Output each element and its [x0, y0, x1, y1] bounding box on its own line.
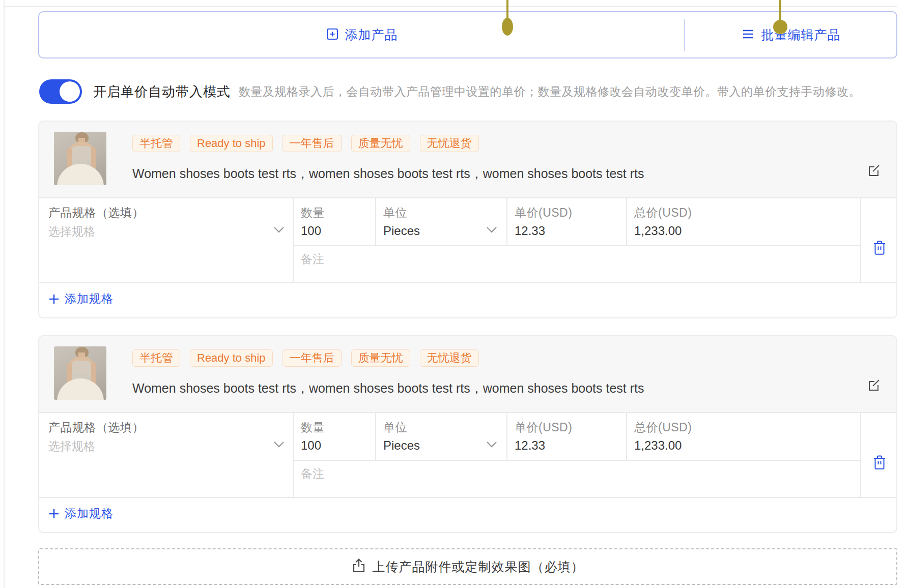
toggle-label: 开启单价自动带入模式: [93, 83, 231, 101]
product-actions-bar: 添加产品 批量编辑产品: [38, 11, 897, 58]
delete-product-button[interactable]: [873, 240, 886, 255]
add-spec-label: 添加规格: [65, 506, 114, 521]
edit-product-button[interactable]: [866, 163, 882, 179]
annotation-marker-line: [779, 0, 781, 21]
product-tag: 质量无忧: [351, 349, 410, 367]
spec-select[interactable]: 选择规格: [48, 224, 95, 240]
product-tags: 半托管 Ready to ship 一年售后 质量无忧 无忧退货: [132, 135, 479, 152]
unit-label: 单位: [383, 420, 407, 435]
auto-price-toggle-row: 开启单价自动带入模式 数量及规格录入后，会自动带入产品管理中设置的单价；数量及规…: [39, 77, 899, 106]
quantity-label: 数量: [301, 205, 325, 221]
product-tags: 半托管 Ready to ship 一年售后 质量无忧 无忧退货: [132, 349, 479, 367]
toggle-knob: [60, 81, 80, 102]
plus-icon: [48, 293, 60, 305]
product-tag: 无忧退货: [420, 349, 479, 367]
note-input[interactable]: 备注: [301, 251, 324, 267]
add-spec-label: 添加规格: [65, 291, 114, 307]
upload-attachment-dropzone[interactable]: 上传产品附件或定制效果图（必填）: [38, 548, 897, 585]
unit-price-input[interactable]: 12.33: [515, 224, 545, 238]
total-price-value: 1,233.00: [634, 438, 682, 453]
product-spec-table: 产品规格（选填） 选择规格 数量 100 单位 Pieces 单价(USD) 1…: [39, 197, 896, 317]
chevron-down-icon: [273, 226, 285, 233]
spec-column-label: 产品规格（选填）: [48, 205, 144, 221]
product-tag: 一年售后: [282, 135, 342, 152]
product-tag: 质量无忧: [351, 135, 410, 152]
product-card: 半托管 Ready to ship 一年售后 质量无忧 无忧退货 Women s…: [38, 335, 897, 533]
product-card: 半托管 Ready to ship 一年售后 质量无忧 无忧退货 Women s…: [38, 121, 897, 318]
quantity-label: 数量: [301, 420, 325, 435]
chevron-down-icon: [486, 226, 497, 233]
product-tag: 半托管: [132, 135, 180, 152]
unit-label: 单位: [383, 205, 407, 221]
annotation-marker-dot: [502, 18, 513, 36]
total-price-value: 1,233.00: [634, 224, 682, 238]
chevron-down-icon: [486, 441, 497, 448]
plus-square-icon: [326, 27, 339, 43]
annotation-marker-line: [506, 0, 508, 20]
product-title: Women shoses boots test rts，women shoses…: [132, 165, 644, 182]
unit-select[interactable]: Pieces: [383, 224, 420, 238]
left-panel-border: [4, 0, 5, 588]
annotation-marker-dot: [773, 20, 787, 34]
quantity-input[interactable]: 100: [301, 438, 321, 453]
product-card-header: 半托管 Ready to ship 一年售后 质量无忧 无忧退货 Women s…: [39, 336, 896, 412]
note-input[interactable]: 备注: [301, 466, 324, 482]
toggle-description: 数量及规格录入后，会自动带入产品管理中设置的单价；数量及规格修改会自动改变单价。…: [239, 84, 861, 100]
spec-select[interactable]: 选择规格: [48, 438, 95, 454]
product-image: [54, 132, 106, 185]
total-price-label: 总价(USD): [634, 420, 692, 435]
top-divider: [4, 6, 897, 7]
add-spec-button[interactable]: 添加规格: [48, 506, 114, 521]
add-spec-button[interactable]: 添加规格: [48, 291, 114, 307]
upload-label: 上传产品附件或定制效果图（必填）: [373, 558, 584, 575]
product-card-header: 半托管 Ready to ship 一年售后 质量无忧 无忧退货 Women s…: [39, 122, 896, 197]
unit-price-input[interactable]: 12.33: [515, 438, 545, 453]
product-title: Women shoses boots test rts，women shoses…: [132, 380, 644, 397]
unit-price-label: 单价(USD): [515, 420, 572, 435]
add-product-label: 添加产品: [345, 26, 398, 43]
spec-column-label: 产品规格（选填）: [48, 420, 144, 435]
list-icon: [741, 27, 755, 43]
batch-edit-button[interactable]: 批量编辑产品: [685, 12, 896, 57]
unit-price-label: 单价(USD): [515, 205, 572, 221]
upload-icon: [352, 558, 366, 575]
product-tag: 无忧退货: [420, 135, 479, 152]
product-tag: 一年售后: [282, 349, 342, 367]
product-image: [54, 346, 106, 400]
product-tag: Ready to ship: [190, 135, 273, 152]
add-product-button[interactable]: 添加产品: [39, 12, 684, 57]
product-tag: Ready to ship: [190, 349, 273, 367]
unit-select[interactable]: Pieces: [383, 438, 420, 453]
quantity-input[interactable]: 100: [301, 224, 321, 238]
delete-product-button[interactable]: [873, 455, 886, 470]
order-products-panel: 添加产品 批量编辑产品 开启单价自动带入模式 数量及规格录入后，会自动带入产品管…: [0, 0, 907, 588]
product-spec-table: 产品规格（选填） 选择规格 数量 100 单位 Pieces 单价(USD) 1…: [39, 412, 896, 532]
product-tag: 半托管: [132, 349, 180, 367]
auto-price-toggle[interactable]: [39, 79, 82, 104]
plus-icon: [48, 508, 60, 519]
edit-product-button[interactable]: [866, 378, 882, 393]
total-price-label: 总价(USD): [634, 205, 692, 221]
chevron-down-icon: [273, 441, 285, 448]
